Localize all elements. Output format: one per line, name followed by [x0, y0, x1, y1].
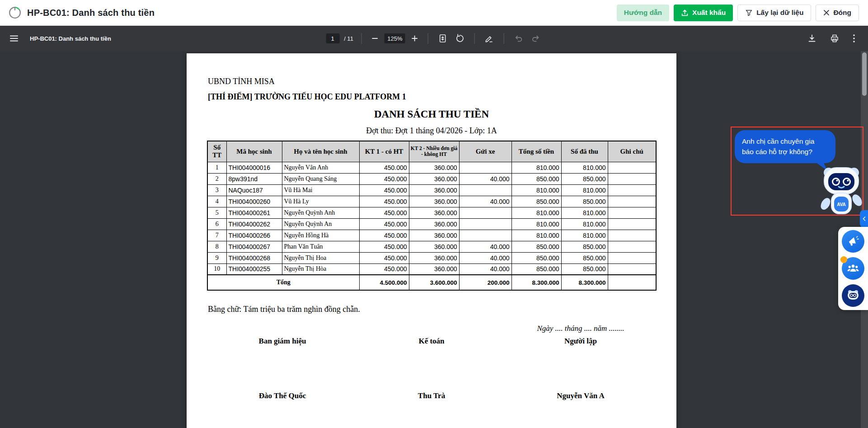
cell-stt: 4 [207, 196, 226, 207]
cell-student-code: NAQuoc187 [226, 184, 282, 196]
zoom-in-button[interactable] [410, 33, 420, 43]
chat-collapse-tab[interactable] [860, 210, 868, 227]
table-row: 10 THI004000255 Nguyễn Thị Hòa 450.000 3… [207, 263, 656, 275]
date-line: Ngày .... tháng .... năm ........ [480, 324, 681, 333]
cell-kt2: 360.000 [409, 252, 459, 263]
robot-mascot[interactable]: AVA [821, 165, 862, 216]
document-page: UBND TỈNH MISA [THÍ ĐIỂM] TRƯỜNG TIỂU HỌ… [187, 53, 676, 428]
annotate-pen-icon[interactable] [483, 32, 496, 45]
cell-collected: 810.000 [561, 218, 608, 230]
menu-icon[interactable] [8, 33, 20, 43]
table-row: 7 THI004000266 Nguyễn Hồng Hà 450.000 36… [207, 230, 656, 241]
cell-student-name: Nguyễn Vân Anh [282, 162, 359, 173]
cell-total: 810.000 [511, 218, 561, 230]
cell-student-name: Nguyễn Quang Sáng [282, 173, 359, 184]
col-header-kt1: KT 1 - có HT [359, 141, 409, 162]
signature-role-preparer: Người lập [564, 337, 597, 346]
total-parking: 200.000 [459, 275, 511, 290]
community-button[interactable] [842, 257, 864, 280]
cell-kt2: 360.000 [409, 173, 459, 184]
cell-note [608, 184, 656, 196]
table-row: 9 THI004000268 Nguyễn Thị Hoa 450.000 36… [207, 252, 656, 263]
table-row: 2 8pw391nd Nguyễn Quang Sáng 450.000 360… [207, 173, 656, 184]
cell-kt1: 450.000 [359, 263, 409, 275]
toolbar-divider [474, 33, 475, 44]
table-row: 3 NAQuoc187 Vũ Hà Mai 450.000 360.000 81… [207, 184, 656, 196]
chat-bubble[interactable]: Anh chị cần chuyên gia báo cáo hỗ trợ kh… [735, 130, 835, 163]
total-kt2: 3.600.000 [409, 275, 459, 290]
page-number-input[interactable] [326, 33, 339, 43]
cell-kt1: 450.000 [359, 184, 409, 196]
cell-note [608, 196, 656, 207]
close-button[interactable]: Đóng [816, 5, 859, 21]
cell-collected: 810.000 [561, 162, 608, 173]
cell-note [608, 263, 656, 275]
page-title: HP-BC01: Danh sách thu tiền [27, 8, 155, 18]
cell-note [608, 162, 656, 173]
signature-role-accountant: Kế toán [418, 337, 444, 346]
download-icon[interactable] [806, 32, 818, 45]
cell-student-name: Phan Văn Tuân [282, 241, 359, 252]
org-name: UBND TỈNH MISA [208, 77, 275, 86]
cell-student-name: Vũ Hà Mai [282, 184, 359, 196]
cell-note [608, 241, 656, 252]
cell-note [608, 252, 656, 263]
table-row: 6 THI004000262 Nguyễn Quỳnh An 450.000 3… [207, 218, 656, 230]
cell-student-code: THI004000266 [226, 230, 282, 241]
undo-icon[interactable] [512, 32, 525, 45]
report-logo-icon [8, 6, 22, 19]
export-button-label: Xuất khẩu [692, 9, 726, 17]
filter-icon [745, 9, 753, 17]
chatbot-button[interactable] [842, 284, 864, 307]
cell-kt1: 450.000 [359, 218, 409, 230]
cell-student-code: THI004000267 [226, 241, 282, 252]
export-button[interactable]: Xuất khẩu [674, 5, 733, 21]
print-icon[interactable] [828, 32, 841, 45]
col-header-name: Họ và tên học sinh [282, 141, 359, 162]
cell-stt: 7 [207, 230, 226, 241]
notification-dot [840, 256, 847, 263]
fit-page-icon[interactable] [436, 32, 449, 45]
cell-kt1: 450.000 [359, 230, 409, 241]
amount-in-words: Bằng chữ: Tám triệu ba trăm nghìn đồng c… [208, 305, 360, 314]
guide-button[interactable]: Hướng dẫn [617, 5, 669, 21]
cell-parking [459, 230, 511, 241]
cell-stt: 5 [207, 207, 226, 218]
announcement-button[interactable] [842, 230, 864, 253]
reload-button-label: Lấy lại dữ liệu [756, 9, 803, 17]
chat-bubble-line2: báo cáo hỗ trợ không? [742, 148, 812, 155]
cell-kt1: 450.000 [359, 241, 409, 252]
redo-icon[interactable] [530, 32, 542, 45]
cell-note [608, 173, 656, 184]
cell-parking [459, 207, 511, 218]
cell-collected: 850.000 [561, 241, 608, 252]
rotate-icon[interactable] [454, 32, 466, 45]
scrollbar-thumb[interactable] [862, 52, 867, 96]
cell-kt1: 450.000 [359, 162, 409, 173]
pdf-doc-title: HP-BC01: Danh sách thu tiền [30, 35, 111, 42]
toolbar-divider [504, 33, 504, 44]
cell-student-name: Vũ Hà Ly [282, 196, 359, 207]
cell-parking: 40.000 [459, 196, 511, 207]
zoom-out-button[interactable] [370, 33, 380, 43]
toolbar-divider [428, 33, 428, 44]
cell-collected: 810.000 [561, 207, 608, 218]
cell-collected: 850.000 [561, 196, 608, 207]
table-row: 5 THI004000261 Nguyễn Quỳnh Anh 450.000 … [207, 207, 656, 218]
document-subtitle: Đợt thu: Đợt 1 tháng 04/2026 - Lớp: 1A [187, 126, 676, 136]
cell-note [608, 230, 656, 241]
signature-name-accountant: Thu Trà [418, 391, 445, 400]
zoom-level[interactable]: 125% [385, 33, 405, 43]
close-button-label: Đóng [833, 9, 851, 17]
cell-parking: 40.000 [459, 173, 511, 184]
close-icon [823, 9, 830, 16]
table-row: 1 THI004000016 Nguyễn Vân Anh 450.000 36… [207, 162, 656, 173]
cell-student-code: THI004000261 [226, 207, 282, 218]
reload-data-button[interactable]: Lấy lại dữ liệu [737, 5, 811, 21]
cell-student-name: Nguyễn Hồng Hà [282, 230, 359, 241]
more-options-icon[interactable] [851, 32, 857, 45]
cell-parking [459, 218, 511, 230]
total-amount: 8.300.000 [511, 275, 561, 290]
cell-kt1: 450.000 [359, 173, 409, 184]
cell-collected: 850.000 [561, 173, 608, 184]
